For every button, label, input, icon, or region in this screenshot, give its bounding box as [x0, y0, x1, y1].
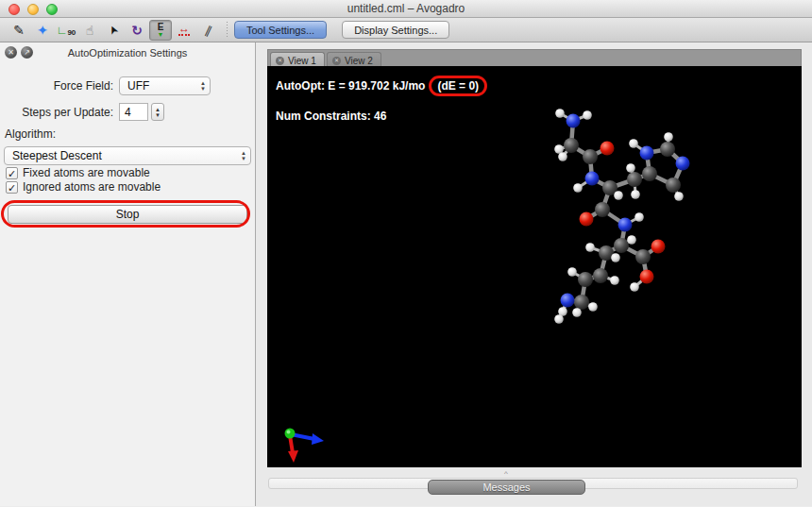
main-area: ✕ ↗ AutoOptimization Settings Force Fiel…	[0, 42, 812, 506]
display-settings-button[interactable]: Display Settings...	[342, 21, 449, 39]
draw-tool-icon[interactable]: ✎	[8, 20, 30, 41]
molecule-viewport[interactable]: AutoOpt: E = 919.702 kJ/mo (dE = 0) Num …	[267, 66, 802, 467]
title-bar: untitled.cml – Avogadro	[0, 0, 812, 18]
zoom-window-button[interactable]	[46, 4, 58, 15]
steps-per-update-input[interactable]: 4	[119, 103, 148, 121]
ignored-atoms-checkbox[interactable]: ✓	[6, 181, 18, 194]
fixed-atoms-checkbox[interactable]: ✓	[6, 167, 18, 179]
energy-e-icon: E	[158, 23, 164, 31]
tab-view-2-label: View 2	[345, 56, 373, 66]
force-field-label: Force Field:	[0, 79, 119, 93]
algorithm-select[interactable]: Steepest Descent ▲▼	[4, 146, 251, 165]
navigate-tool-icon[interactable]: ✦	[31, 20, 54, 41]
constraints-text: Num Constraints: 46	[276, 110, 386, 123]
view-area: ✕ View 1 ✕ View 2	[256, 42, 812, 506]
cursor-arrow-icon: ➤	[106, 23, 122, 37]
angle-axis-icon: ∟	[57, 24, 68, 37]
fixed-atoms-label: Fixed atoms are movable	[23, 166, 150, 179]
annotation-circle-stop	[1, 200, 250, 228]
close-window-button[interactable]	[8, 4, 20, 15]
hand-icon: ☝	[86, 24, 94, 37]
tool-settings-button[interactable]: Tool Settings...	[234, 21, 327, 39]
angle-90-label: 90	[67, 28, 76, 37]
autoopt-energy-readout: AutoOpt: E = 919.702 kJ/mo (dE = 0)	[276, 76, 487, 96]
view-tab-bar: ✕ View 1 ✕ View 2	[267, 49, 802, 67]
toolbar: ✎ ✦ ∟ 90 ☝ ➤ ↻ E ▼ ↔ ∥ Tool Settings... …	[0, 18, 812, 42]
steps-per-update-label: Steps per Update:	[0, 106, 119, 119]
bond-centric-tool-icon[interactable]: ∟ 90	[55, 20, 77, 41]
down-arrow-icon: ▼	[158, 31, 164, 38]
annotation-circle-de	[429, 76, 487, 96]
force-field-select[interactable]: UFF ▲▼	[119, 76, 211, 95]
ruler-arrows-icon: ↔	[178, 24, 190, 36]
axes-origin-icon	[285, 429, 296, 439]
molecule-render	[267, 66, 802, 467]
tab-close-icon[interactable]: ✕	[276, 57, 284, 65]
panel-close-button[interactable]: ✕	[5, 46, 17, 59]
panel-header: ✕ ↗ AutoOptimization Settings	[0, 44, 255, 61]
algorithm-value: Steepest Descent	[12, 149, 102, 162]
x-axis-arrow-icon	[312, 433, 324, 445]
messages-button[interactable]: Messages	[428, 480, 585, 495]
minimize-window-button[interactable]	[27, 4, 39, 15]
window-controls	[8, 4, 58, 15]
rotate-arrow-icon: ↻	[131, 24, 143, 37]
tab-close-icon[interactable]: ✕	[332, 57, 341, 65]
panel-float-button[interactable]: ↗	[21, 46, 33, 59]
axes-widget	[275, 421, 331, 465]
auto-optimization-tool-icon[interactable]: E ▼	[149, 20, 172, 41]
steps-spinner[interactable]: ▲▼	[151, 103, 164, 121]
combo-stepper-icon: ▲▼	[200, 80, 206, 92]
combo-stepper-icon: ▲▼	[241, 150, 246, 161]
align-lines-icon: ∥	[203, 23, 212, 36]
splitter-caret-icon: ^	[504, 469, 508, 478]
toolbar-separator	[227, 22, 228, 39]
manipulate-tool-icon[interactable]: ☝	[78, 20, 101, 41]
ignored-atoms-label: Ignored atoms are movable	[23, 180, 161, 194]
force-field-value: UFF	[127, 79, 149, 93]
auto-rotate-tool-icon[interactable]: ↻	[126, 20, 148, 41]
autoopt-settings-panel: ✕ ↗ AutoOptimization Settings Force Fiel…	[0, 42, 256, 506]
y-axis-arrow-icon	[288, 450, 298, 463]
pencil-icon: ✎	[13, 24, 25, 37]
align-tool-icon[interactable]: ∥	[196, 20, 219, 41]
de-readout: (dE = 0)	[429, 76, 487, 96]
algorithm-label: Algorithm:	[5, 127, 56, 141]
steps-value: 4	[125, 106, 131, 119]
measure-tool-icon[interactable]: ↔	[173, 20, 195, 41]
num-constraints-readout: Num Constraints: 46	[276, 110, 386, 123]
energy-text: AutoOpt: E = 919.702 kJ/mo	[276, 79, 425, 93]
selection-tool-icon[interactable]: ➤	[102, 20, 125, 41]
window-title: untitled.cml – Avogadro	[0, 0, 812, 17]
tab-view-1-label: View 1	[288, 56, 316, 66]
panel-title: AutoOptimization Settings	[0, 44, 255, 61]
star-icon: ✦	[37, 24, 48, 37]
